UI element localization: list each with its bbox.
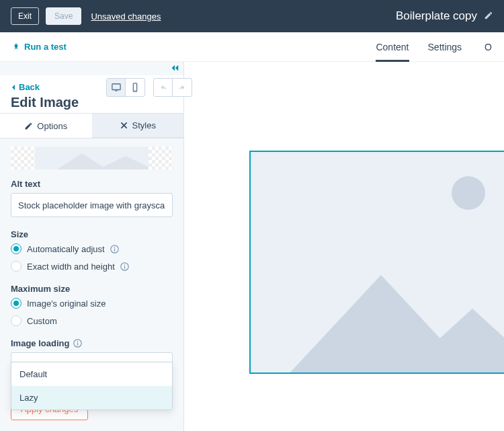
page-title: Boilerplate copy [396,9,477,23]
info-icon[interactable] [110,245,119,253]
preview-mountain-shape [398,309,504,374]
panel-body: Alt text Size Automatically adjust Exact… [0,139,183,431]
panel-title: Edit Image [11,95,173,110]
size-radio-group: Automatically adjust Exact width and hei… [11,243,173,272]
alt-text-input[interactable] [11,193,173,217]
sidebar: Back Edit Image Options Styles Alt [0,62,184,431]
tab-more[interactable]: O [485,32,492,61]
size-label: Size [11,229,173,239]
viewport-toggle [106,78,145,97]
maxsize-radio-group: Image's original size Custom [11,298,173,326]
loading-dropdown: Default Lazy [11,362,173,410]
subtab-options-label: Options [37,121,67,131]
info-icon[interactable] [120,262,129,271]
topbar: Exit Save Unsaved changes Boilerplate co… [0,0,504,32]
svg-point-4 [124,264,126,266]
redo-button[interactable] [173,79,192,96]
radio-icon [11,298,22,309]
run-test-label: Run a test [24,42,67,52]
exit-button[interactable]: Exit [11,7,39,25]
thumb-preview [35,147,149,169]
image-preview[interactable] [249,151,504,374]
image-thumbnail[interactable] [11,147,173,169]
size-radio-exact[interactable]: Exact width and height [11,261,173,272]
canvas-toolbar [106,78,192,97]
loading-label: Image loading [11,338,173,348]
size-radio-auto[interactable]: Automatically adjust [11,243,173,254]
subtab-styles-label: Styles [132,120,156,130]
preview-sun-shape [452,176,485,210]
svg-point-12 [134,90,135,91]
run-test-link[interactable]: Run a test [12,42,67,52]
tab-content[interactable]: Content [376,32,409,61]
svg-rect-9 [112,84,120,90]
back-label: Back [19,82,40,92]
unsaved-changes-link[interactable]: Unsaved changes [91,11,161,22]
radio-label: Exact width and height [27,262,115,272]
svg-rect-2 [114,248,114,251]
save-button: Save [46,7,81,25]
undo-redo-group [153,78,192,97]
sub-tabs: Options Styles [0,114,183,139]
dropdown-item-lazy[interactable]: Lazy [11,386,172,409]
radio-icon [11,315,22,326]
dropdown-item-default[interactable]: Default [11,362,172,386]
main-tabs: Content Settings O [376,32,492,61]
body: Back Edit Image Options Styles Alt [0,62,504,431]
canvas [184,62,504,431]
radio-icon [11,261,22,272]
radio-label: Custom [27,316,57,326]
collapse-sidebar-button[interactable] [0,62,183,75]
edit-title-icon[interactable] [484,11,493,22]
thumb-checker-left [11,147,35,169]
info-icon[interactable] [73,339,82,348]
thumb-checker-right [149,147,173,169]
undo-button[interactable] [154,79,173,96]
maxsize-radio-original[interactable]: Image's original size [11,298,173,309]
radio-label: Automatically adjust [27,244,105,254]
mobile-view-button[interactable] [126,79,144,96]
svg-point-7 [77,341,79,342]
svg-rect-8 [77,343,78,346]
svg-rect-5 [124,266,125,268]
secondbar: Run a test Content Settings O [0,32,504,62]
svg-rect-10 [115,90,118,91]
alt-text-label: Alt text [11,179,173,189]
desktop-view-button[interactable] [107,79,126,96]
subtab-styles[interactable]: Styles [92,114,184,138]
maxsize-radio-custom[interactable]: Custom [11,315,173,326]
maxsize-label: Maximum size [11,284,173,294]
svg-point-1 [114,247,115,248]
radio-icon [11,243,22,254]
radio-label: Image's original size [27,299,106,309]
topbar-left: Exit Save Unsaved changes [11,7,161,25]
subtab-options[interactable]: Options [0,114,92,138]
tab-settings[interactable]: Settings [428,32,462,61]
